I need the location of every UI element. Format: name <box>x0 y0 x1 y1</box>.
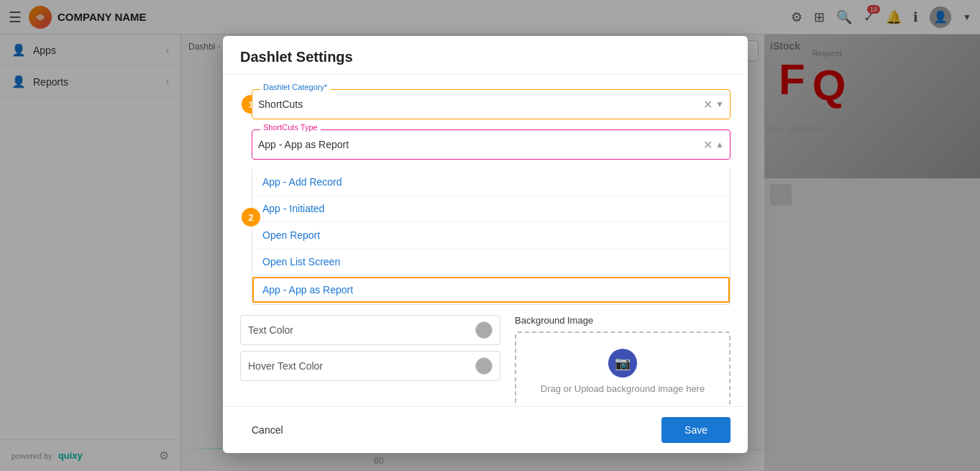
shortcuts-type-arrow-icon[interactable]: ▲ <box>715 140 724 150</box>
hover-text-color-row[interactable]: Hover Text Color <box>240 351 500 381</box>
shortcuts-type-value: App - App as Report <box>258 139 703 150</box>
hover-text-color-swatch[interactable] <box>475 357 493 375</box>
dashlet-category-label: Dashlet Category* <box>260 83 330 91</box>
step2-container: 2 ShortCuts Type App - App as Report ✕ ▲… <box>252 129 731 305</box>
dashlet-category-clear-icon[interactable]: ✕ <box>703 98 713 111</box>
modal-header: Dashlet Settings <box>223 36 748 75</box>
modal-cancel-button[interactable]: Cancel <box>240 419 295 442</box>
modal-title: Dashlet Settings <box>240 49 353 65</box>
step2-badge: 2 <box>242 208 260 227</box>
dropdown-item-initiated[interactable]: App - Initiated <box>252 196 730 222</box>
background-image-upload-area[interactable]: 📷 Drag or Upload background image here <box>515 331 731 406</box>
dashlet-settings-modal: Dashlet Settings 1 Dashlet Category* Sho… <box>223 36 748 453</box>
dashlet-category-arrow-icon[interactable]: ▼ <box>715 99 724 109</box>
camera-icon: 📷 <box>608 349 637 378</box>
text-color-swatch[interactable] <box>475 321 493 339</box>
shortcuts-type-clear-icon[interactable]: ✕ <box>703 138 713 152</box>
dashlet-category-field: Dashlet Category* ShortCuts ✕ ▼ <box>252 89 731 119</box>
color-bg-row: Text Color Hover Text Color Background I… <box>240 315 731 406</box>
shortcuts-type-select[interactable]: App - App as Report ✕ ▲ <box>252 129 731 160</box>
modal-save-button[interactable]: Save <box>661 417 731 443</box>
background-image-label: Background Image <box>515 315 731 326</box>
text-color-label: Text Color <box>248 324 475 336</box>
dropdown-item-open-report[interactable]: Open Report <box>252 222 730 249</box>
step1-container: 1 Dashlet Category* ShortCuts ✕ ▼ <box>252 89 731 119</box>
shortcuts-type-label: ShortCuts Type <box>260 123 321 132</box>
upload-text: Drag or Upload background image here <box>541 383 705 394</box>
color-fields: Text Color Hover Text Color <box>240 315 500 406</box>
dropdown-item-add-record[interactable]: App - Add Record <box>252 169 730 196</box>
modal-body: 1 Dashlet Category* ShortCuts ✕ ▼ 2 Shor… <box>223 75 748 406</box>
shortcuts-type-dropdown: App - Add Record App - Initiated Open Re… <box>252 169 731 305</box>
text-color-row[interactable]: Text Color <box>240 315 500 345</box>
dropdown-item-app-as-report[interactable]: App - App as Report <box>252 277 730 303</box>
hover-text-color-label: Hover Text Color <box>248 360 475 372</box>
modal-overlay: Dashlet Settings 1 Dashlet Category* Sho… <box>0 0 980 471</box>
background-image-box: Background Image 📷 Drag or Upload backgr… <box>515 315 731 406</box>
dashlet-category-value: ShortCuts <box>258 99 703 110</box>
dropdown-item-open-list[interactable]: Open List Screen <box>252 249 730 275</box>
shortcuts-type-field: ShortCuts Type App - App as Report ✕ ▲ <box>252 129 731 160</box>
dashlet-category-select[interactable]: ShortCuts ✕ ▼ <box>252 89 731 119</box>
modal-footer: Cancel Save <box>223 406 748 453</box>
